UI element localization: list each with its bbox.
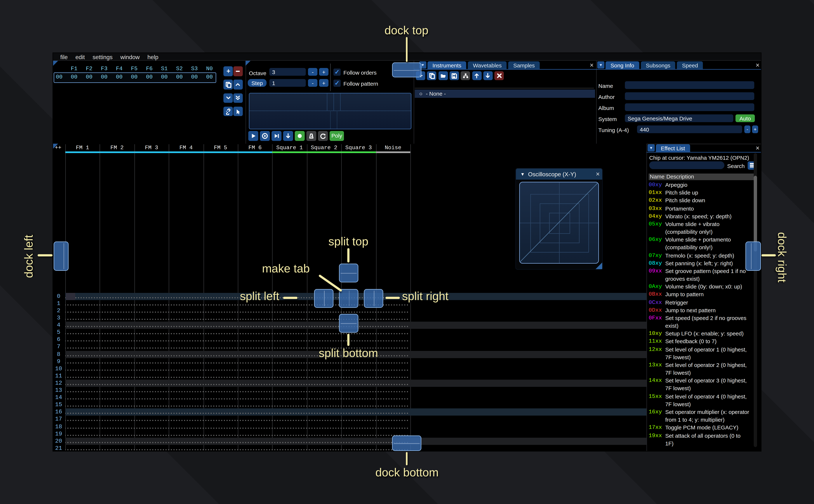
tab-effect-list[interactable]: Effect List xyxy=(656,144,690,152)
follow-pattern-checkbox[interactable]: ✓ xyxy=(333,79,341,87)
delete-instrument-button[interactable] xyxy=(495,71,504,80)
pattern-row[interactable]: 6 xyxy=(65,336,647,343)
menu-item-help[interactable]: help xyxy=(147,53,158,60)
pattern-row[interactable]: 19 xyxy=(65,430,647,438)
effect-row-04xy[interactable]: 04xyVibrato (x: speed; y: depth) xyxy=(649,213,756,221)
order-cell[interactable]: 00 xyxy=(67,74,81,80)
chevron-down-button[interactable] xyxy=(223,93,233,103)
channel-header-fm-3[interactable]: FM 3 xyxy=(134,145,169,151)
poly-button[interactable]: Poly xyxy=(329,131,344,141)
pattern-row[interactable]: 13 xyxy=(65,387,647,394)
order-cell[interactable]: 00 xyxy=(142,74,156,80)
effect-row-1Axx[interactable]: 1AxxSet attack of operator 1 (0 to 1F) xyxy=(649,448,756,448)
channel-header-fm-2[interactable]: FM 2 xyxy=(100,145,134,151)
tuning-plus-button[interactable]: + xyxy=(752,125,758,133)
add-channel-button[interactable]: ++ xyxy=(55,145,61,151)
system-input[interactable]: Sega Genesis/Mega Drive xyxy=(625,114,733,122)
effect-row-06xy[interactable]: 06xyVolume slide + portamento (compatibi… xyxy=(649,236,756,252)
order-cell[interactable]: 00 xyxy=(172,74,186,80)
octave-input[interactable]: 3 xyxy=(269,68,306,76)
order-cell[interactable]: 00 xyxy=(157,74,172,80)
double-chevron-down-button[interactable] xyxy=(233,93,242,103)
split-left-button[interactable] xyxy=(314,289,333,308)
effect-row-00xy[interactable]: 00xyArpeggio xyxy=(649,181,756,189)
effect-row-03xx[interactable]: 03xxPortamento xyxy=(649,205,756,213)
effect-row-0Bxx[interactable]: 0BxxJump to pattern xyxy=(649,291,756,299)
pattern-row[interactable]: 20 xyxy=(65,438,647,445)
effect-row-07xy[interactable]: 07xyTremolo (x: speed; y: depth) xyxy=(649,252,756,260)
name-input[interactable] xyxy=(625,81,754,89)
pattern-row[interactable]: 11 xyxy=(65,372,647,379)
channel-header-square-3[interactable]: Square 3 xyxy=(341,145,376,151)
split-right-button[interactable] xyxy=(364,289,383,308)
tuning-minus-button[interactable]: - xyxy=(744,125,750,133)
split-bottom-button[interactable] xyxy=(339,314,358,333)
effect-row-0Cxx[interactable]: 0CxxRetrigger xyxy=(649,299,756,307)
pattern-row[interactable]: 17 xyxy=(65,416,647,423)
dock-bottom-button[interactable] xyxy=(392,435,422,451)
effect-row-16xy[interactable]: 16xySet operator multiplier (x: operator… xyxy=(649,408,756,424)
channel-header-fm-5[interactable]: FM 5 xyxy=(203,145,238,151)
step-plus-button[interactable]: + xyxy=(319,79,328,87)
resize-grip-icon[interactable] xyxy=(596,263,602,269)
dock-right-button[interactable] xyxy=(745,242,761,271)
effect-row-0Dxx[interactable]: 0DxxJump to next pattern xyxy=(649,307,756,314)
chevron-up-button[interactable] xyxy=(233,80,242,90)
tab-wavetables[interactable]: Wavetables xyxy=(468,61,507,69)
close-icon[interactable]: × xyxy=(754,62,761,69)
oscilloscope-window[interactable]: ▼ Oscilloscope (X-Y) × xyxy=(516,169,602,269)
menu-item-file[interactable]: file xyxy=(60,53,68,60)
piano-preview[interactable] xyxy=(249,93,412,129)
pattern-row[interactable]: 16 xyxy=(65,409,647,416)
step-label[interactable]: Step xyxy=(248,79,266,87)
step-input[interactable]: 1 xyxy=(269,79,306,87)
split-top-button[interactable] xyxy=(339,264,358,282)
effect-row-14xx[interactable]: 14xxSet level of operator 3 (0 highest, … xyxy=(649,377,756,393)
duplicate-button[interactable] xyxy=(223,80,233,90)
dock-top-button[interactable] xyxy=(392,62,422,77)
channel-header-square-2[interactable]: Square 2 xyxy=(307,145,341,151)
album-input[interactable] xyxy=(625,103,754,111)
octave-plus-button[interactable]: + xyxy=(319,68,328,76)
arrow-up-instrument-button[interactable] xyxy=(472,71,482,80)
tab-instruments[interactable]: Instruments xyxy=(428,61,466,69)
arrow-down-instrument-button[interactable] xyxy=(483,71,493,80)
add-order-button[interactable]: + xyxy=(223,66,233,76)
close-icon[interactable]: × xyxy=(595,171,601,177)
close-icon[interactable]: × xyxy=(754,145,761,151)
channel-header-square-1[interactable]: Square 1 xyxy=(272,145,307,151)
order-cell[interactable]: 00 xyxy=(97,74,111,80)
menu-item-edit[interactable]: edit xyxy=(75,53,85,60)
effect-row-15xx[interactable]: 15xxSet level of operator 4 (0 highest, … xyxy=(649,393,756,408)
menu-item-settings[interactable]: settings xyxy=(92,53,113,60)
effect-row-08xy[interactable]: 08xySet panning (x: left; y: right) xyxy=(649,260,756,267)
follow-orders-checkbox[interactable]: ✓ xyxy=(333,68,341,76)
channel-header-fm-1[interactable]: FM 1 xyxy=(65,145,100,151)
order-cell[interactable]: 00 xyxy=(112,74,126,80)
search-input[interactable] xyxy=(649,161,724,169)
channel-header-fm-4[interactable]: FM 4 xyxy=(169,145,203,151)
open-instrument-button[interactable] xyxy=(438,71,448,80)
dock-left-button[interactable] xyxy=(54,242,69,271)
octave-minus-button[interactable]: - xyxy=(308,68,317,76)
unlink-button[interactable] xyxy=(223,107,233,116)
author-input[interactable] xyxy=(625,92,754,100)
instrument-list-item[interactable]: ○ - None - xyxy=(415,90,595,98)
order-cell[interactable]: 00 xyxy=(127,74,141,80)
close-icon[interactable]: × xyxy=(588,62,595,69)
pattern-row[interactable]: 12 xyxy=(65,380,647,387)
pattern-row[interactable]: 10 xyxy=(65,365,647,372)
pattern-row[interactable]: 15 xyxy=(65,401,647,409)
auto-system-button[interactable]: Auto xyxy=(736,114,755,122)
remove-order-button[interactable] xyxy=(233,66,242,76)
pattern-row[interactable]: 14 xyxy=(65,394,647,401)
make-tab-button[interactable] xyxy=(339,289,358,308)
effect-row-12xx[interactable]: 12xxSet level of operator 1 (0 highest, … xyxy=(649,346,756,361)
scrollbar-thumb[interactable] xyxy=(754,176,757,251)
step-play-button[interactable] xyxy=(271,131,281,141)
tree-instrument-button[interactable] xyxy=(461,71,470,80)
metronome-button[interactable] xyxy=(306,131,316,141)
effect-row-13xx[interactable]: 13xxSet level of operator 2 (0 highest, … xyxy=(649,361,756,377)
effect-row-05xy[interactable]: 05xyVolume slide + vibrato (compatibilit… xyxy=(649,221,756,236)
panel-corner-wedge[interactable] xyxy=(245,61,250,66)
